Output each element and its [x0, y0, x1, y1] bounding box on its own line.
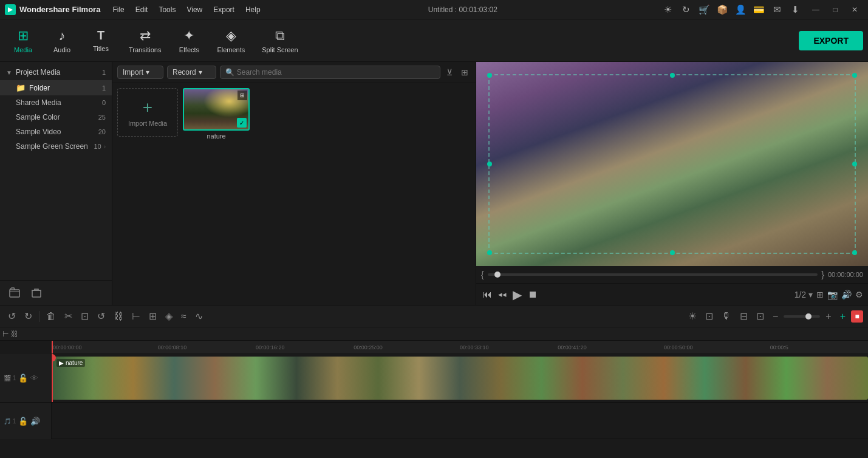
corner-br[interactable]: [852, 250, 857, 255]
fullscreen-button[interactable]: ⊞: [816, 290, 824, 299]
video-clip[interactable]: ▶ nature: [52, 357, 868, 400]
minimize-button[interactable]: —: [807, 4, 824, 16]
speed-button[interactable]: ↺: [94, 309, 108, 324]
mail-icon[interactable]: ✉: [770, 2, 784, 17]
audio-record-button[interactable]: 🎙: [719, 309, 734, 324]
zoom-slider[interactable]: [784, 315, 820, 318]
corner-bl[interactable]: [487, 250, 492, 255]
effects-icon: ✦: [183, 28, 194, 44]
split-screen-icon: ⧉: [275, 28, 285, 44]
folder-icon: 📁: [16, 83, 26, 92]
out-point-icon[interactable]: }: [821, 270, 824, 279]
volume-button[interactable]: 🔊: [841, 290, 852, 299]
subtitle-button[interactable]: ⊟: [737, 309, 751, 324]
media-item-nature[interactable]: ⊞ ✓ nature: [183, 88, 250, 140]
close-button[interactable]: ✕: [846, 4, 863, 16]
sample-color-item[interactable]: Sample Color 25: [0, 110, 112, 125]
toolbar-titles[interactable]: T Titles: [83, 23, 119, 58]
crop-timeline-button[interactable]: ⊡: [78, 309, 92, 324]
toolbar-elements[interactable]: ◈ Elements: [210, 23, 252, 58]
project-media-header[interactable]: ▼ Project Media 1: [0, 64, 112, 80]
package-icon[interactable]: 📦: [715, 2, 730, 17]
audio-mute-button[interactable]: 🔊: [30, 417, 40, 426]
filter-button[interactable]: ⊻: [444, 66, 455, 78]
menu-file[interactable]: File: [108, 4, 129, 15]
shared-media-item[interactable]: Shared Media 0: [0, 95, 112, 110]
search-bar: 🔍: [220, 66, 440, 79]
link-button[interactable]: ⛓: [111, 309, 126, 324]
zoom-out-button[interactable]: −: [770, 309, 781, 324]
sample-video-item[interactable]: Sample Video 20: [0, 125, 112, 139]
toolbar-effects[interactable]: ✦ Effects: [171, 23, 207, 58]
cut-button[interactable]: ✂: [61, 309, 75, 324]
folder-label: Folder: [29, 84, 50, 92]
snapshot-button[interactable]: 📷: [827, 290, 838, 299]
menu-view[interactable]: View: [182, 4, 207, 15]
folder-item[interactable]: 📁 Folder 1: [0, 80, 112, 95]
add-track-button[interactable]: +: [837, 309, 849, 324]
menu-export[interactable]: Export: [208, 4, 239, 15]
record-dropdown[interactable]: Record ▾: [167, 66, 216, 79]
frame-back-button[interactable]: ◂◂: [497, 289, 508, 300]
redo-button[interactable]: ↻: [21, 309, 35, 324]
video-lock-button[interactable]: 🔓: [18, 374, 28, 383]
skip-back-button[interactable]: ⏮: [481, 288, 493, 301]
zoom-in-button[interactable]: +: [822, 309, 834, 324]
scrubber-track[interactable]: [488, 273, 818, 276]
grid-view-button[interactable]: ⊞: [459, 66, 471, 78]
quality-selector[interactable]: 1/2 ▾: [795, 290, 813, 299]
caption-button[interactable]: ⊡: [753, 309, 767, 324]
chain-button[interactable]: ⛓: [11, 330, 18, 338]
corner-tl[interactable]: [487, 73, 492, 78]
delete-folder-button[interactable]: [28, 285, 45, 300]
toolbar-media[interactable]: ⊞ Media: [5, 23, 41, 58]
toolbar-split-screen[interactable]: ⧉ Split Screen: [255, 23, 305, 58]
sample-green-screen-item[interactable]: Sample Green Screen 10 ›: [0, 139, 112, 154]
corner-mr[interactable]: [852, 162, 857, 166]
timeline-settings-button[interactable]: ■: [851, 310, 863, 323]
sync-icon[interactable]: ↻: [678, 2, 693, 17]
corner-tr[interactable]: [852, 73, 857, 78]
maximize-button[interactable]: □: [827, 4, 844, 16]
stop-button[interactable]: ⏹: [527, 288, 539, 301]
settings-button[interactable]: ⚙: [855, 290, 863, 299]
top-icon-bar: ☀ ↻ 🛒 📦 👤 💳 ✉ ⬇: [660, 2, 802, 17]
undo-button[interactable]: ↺: [5, 309, 19, 324]
video-track-content[interactable]: ▶ nature: [52, 354, 868, 402]
audio-lock-button[interactable]: 🔓: [18, 417, 28, 426]
import-media-button[interactable]: + Import Media: [117, 88, 178, 137]
toolbar-transitions[interactable]: ⇄ Transitions: [121, 23, 168, 58]
toolbar-audio[interactable]: ♪ Audio: [44, 23, 80, 58]
in-point-icon[interactable]: {: [481, 270, 484, 279]
menu-edit[interactable]: Edit: [131, 4, 153, 15]
export-button[interactable]: EXPORT: [799, 31, 863, 50]
color-grading-button[interactable]: ☀: [685, 309, 700, 324]
corner-ml[interactable]: [487, 162, 492, 166]
brightness-icon[interactable]: ☀: [660, 2, 675, 17]
snap-button[interactable]: ⊢: [2, 330, 9, 338]
audio-track-content[interactable]: [52, 403, 868, 439]
cart-icon[interactable]: 🛒: [697, 2, 711, 17]
menu-tools[interactable]: Tools: [154, 4, 180, 15]
download-icon[interactable]: ⬇: [788, 2, 802, 17]
account-icon[interactable]: 👤: [733, 2, 748, 17]
silence-detect-button[interactable]: ∿: [192, 309, 206, 324]
search-input[interactable]: [237, 68, 435, 77]
resize-timeline-button[interactable]: ⊞: [146, 309, 160, 324]
new-folder-button[interactable]: [6, 285, 23, 300]
preview-frame: [476, 62, 868, 266]
video-eye-button[interactable]: 👁: [30, 374, 38, 383]
corner-mt[interactable]: [670, 73, 675, 78]
menu-help[interactable]: Help: [241, 4, 265, 15]
stabilize-button[interactable]: ⊡: [702, 309, 716, 324]
delete-button[interactable]: 🗑: [43, 309, 59, 324]
selection-border: [488, 74, 856, 254]
billing-icon[interactable]: 💳: [751, 2, 766, 17]
play-button[interactable]: ▶: [511, 286, 523, 303]
ripple-button[interactable]: ⊢: [129, 309, 143, 324]
import-dropdown[interactable]: Import ▾: [117, 66, 163, 79]
mark-button[interactable]: ◈: [162, 309, 176, 324]
audio-mix-button[interactable]: ≈: [178, 309, 190, 324]
corner-mb[interactable]: [670, 250, 675, 255]
scrubber-thumb[interactable]: [494, 272, 501, 278]
